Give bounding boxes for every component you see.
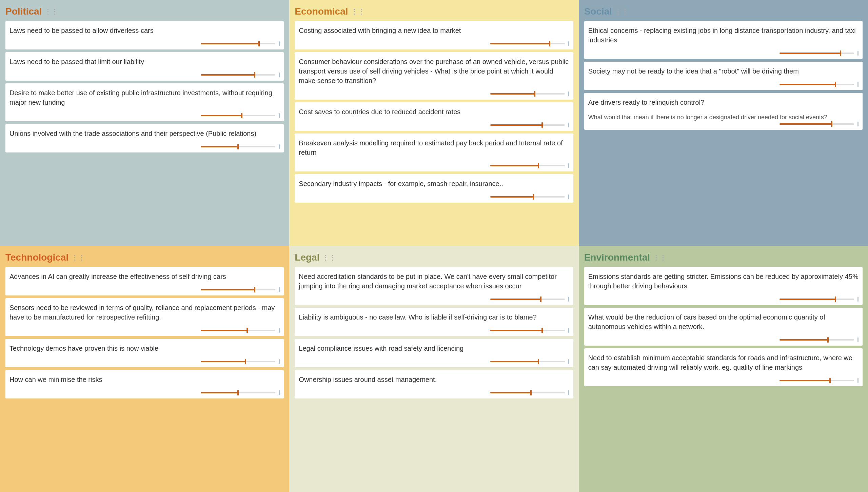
drag-icon[interactable]: ⋮⋮	[351, 7, 364, 16]
card[interactable]: Unions involved with the trade associati…	[5, 124, 284, 152]
card-footer	[9, 144, 280, 149]
slider-thumb[interactable]	[840, 50, 841, 56]
slider-track[interactable]	[780, 339, 854, 341]
slider-track[interactable]	[780, 53, 854, 54]
slider-track[interactable]	[201, 361, 275, 362]
pestle-grid: Political⋮⋮Laws need to be passed to all…	[0, 0, 868, 492]
slider-end-marker	[279, 359, 280, 364]
slider-track[interactable]	[201, 330, 275, 331]
slider-thumb[interactable]	[831, 121, 832, 127]
slider-fill	[780, 299, 835, 300]
card[interactable]: Society may not be ready to the idea tha…	[584, 62, 863, 90]
slider-track[interactable]	[490, 93, 565, 95]
slider-track[interactable]	[490, 124, 565, 126]
slider-fill	[201, 361, 245, 362]
slider-end-marker	[857, 297, 859, 302]
card[interactable]: Technology demos have proven this is now…	[5, 339, 284, 367]
slider-track[interactable]	[490, 165, 565, 166]
slider-track[interactable]	[780, 123, 854, 125]
slider-track[interactable]	[490, 392, 565, 393]
slider-track[interactable]	[780, 380, 854, 381]
card-footer	[299, 359, 569, 364]
slider-track[interactable]	[490, 299, 565, 300]
drag-icon[interactable]: ⋮⋮	[615, 7, 628, 16]
card[interactable]: Consumer behaviour considerations over t…	[295, 52, 573, 100]
slider-track[interactable]	[490, 330, 565, 331]
slider-track[interactable]	[201, 146, 275, 147]
slider-track[interactable]	[201, 392, 275, 393]
slider-thumb[interactable]	[835, 296, 836, 302]
slider-fill	[780, 380, 830, 381]
slider-track[interactable]	[201, 289, 275, 290]
drag-icon[interactable]: ⋮⋮	[322, 253, 336, 262]
slider-thumb[interactable]	[549, 41, 550, 46]
card[interactable]: Laws need to be passed to allow driverle…	[5, 21, 284, 49]
slider-thumb[interactable]	[241, 113, 242, 118]
card-footer	[588, 337, 859, 342]
slider-thumb[interactable]	[541, 328, 543, 333]
slider-thumb[interactable]	[835, 82, 836, 87]
slider-track[interactable]	[780, 84, 854, 85]
section-legal: Legal⋮⋮Need accreditation standards to b…	[289, 246, 578, 492]
card[interactable]: Emissions standards are getting stricter…	[584, 267, 863, 305]
slider-fill	[780, 339, 828, 341]
slider-thumb[interactable]	[538, 163, 539, 168]
card[interactable]: Ownership issues around asset management…	[295, 370, 573, 398]
card[interactable]: Cost saves to countries due to reduced a…	[295, 102, 573, 131]
slider-track[interactable]	[490, 361, 565, 362]
card[interactable]: Need accreditation standards to be put i…	[295, 267, 573, 305]
card[interactable]: Liability is ambiguous - no case law. Wh…	[295, 308, 573, 336]
slider-thumb[interactable]	[237, 144, 239, 149]
card-footer	[9, 328, 280, 333]
slider-thumb[interactable]	[534, 91, 535, 97]
card[interactable]: How can we minimise the risks	[5, 370, 284, 398]
slider-end-marker	[568, 328, 569, 333]
section-technological: Technological⋮⋮Advances in AI can greatl…	[0, 246, 289, 492]
drag-icon[interactable]: ⋮⋮	[653, 253, 666, 262]
slider-track[interactable]	[780, 299, 854, 300]
card[interactable]: Breakeven analysis modelling required to…	[295, 134, 573, 171]
card-text: Ethical concerns - replacing existing jo…	[588, 26, 859, 45]
card[interactable]: Sensors need to be reviewed in terms of …	[5, 298, 284, 336]
card[interactable]: Desire to make better use of existing pu…	[5, 83, 284, 121]
slider-thumb[interactable]	[245, 359, 246, 364]
slider-track[interactable]	[490, 196, 565, 198]
card-text: Advances in AI can greatly increase the …	[9, 272, 280, 281]
drag-icon[interactable]: ⋮⋮	[71, 253, 85, 262]
slider-track[interactable]	[201, 74, 275, 76]
card[interactable]: What would be the reduction of cars base…	[584, 308, 863, 346]
card[interactable]: Costing associated with bringing a new i…	[295, 21, 573, 49]
slider-track[interactable]	[201, 115, 275, 116]
slider-thumb[interactable]	[538, 359, 539, 364]
slider-thumb[interactable]	[254, 72, 255, 78]
slider-thumb[interactable]	[530, 390, 532, 395]
slider-end-marker	[568, 194, 569, 199]
card-subtext: What would that mean if there is no long…	[588, 113, 859, 122]
slider-thumb[interactable]	[829, 378, 831, 383]
section-title-social: Social⋮⋮	[584, 6, 863, 17]
card[interactable]: Laws need to be passed that limit our li…	[5, 52, 284, 81]
slider-fill	[490, 361, 539, 362]
section-environmental: Environmental⋮⋮Emissions standards are g…	[579, 246, 868, 492]
slider-thumb[interactable]	[541, 122, 543, 128]
slider-thumb[interactable]	[258, 41, 260, 46]
slider-track[interactable]	[201, 43, 275, 44]
slider-end-marker	[568, 163, 569, 168]
card[interactable]: Advances in AI can greatly increase the …	[5, 267, 284, 295]
slider-fill	[780, 84, 835, 85]
slider-thumb[interactable]	[827, 337, 829, 343]
slider-thumb[interactable]	[533, 194, 534, 200]
slider-thumb[interactable]	[254, 287, 255, 292]
card[interactable]: Legal compliance issues with road safety…	[295, 339, 573, 367]
card[interactable]: Are drivers ready to relinquish control?…	[584, 93, 863, 130]
card-footer	[299, 123, 569, 127]
slider-thumb[interactable]	[246, 328, 248, 333]
slider-thumb[interactable]	[540, 296, 541, 302]
card[interactable]: Secondary industry impacts - for example…	[295, 174, 573, 203]
drag-icon[interactable]: ⋮⋮	[44, 7, 58, 16]
card[interactable]: Ethical concerns - replacing existing jo…	[584, 21, 863, 59]
slider-fill	[490, 165, 539, 166]
card[interactable]: Need to establish minimum acceptable sta…	[584, 348, 863, 386]
slider-track[interactable]	[490, 43, 565, 44]
slider-thumb[interactable]	[237, 390, 239, 395]
